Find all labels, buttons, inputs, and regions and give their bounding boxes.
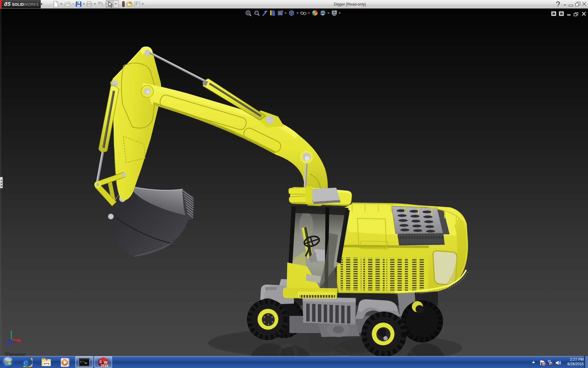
svg-text:2015: 2015 xyxy=(101,364,108,367)
svg-text:S: S xyxy=(99,359,102,364)
svg-text:e: e xyxy=(23,357,28,367)
svg-text:C:\: C:\ xyxy=(80,360,85,363)
